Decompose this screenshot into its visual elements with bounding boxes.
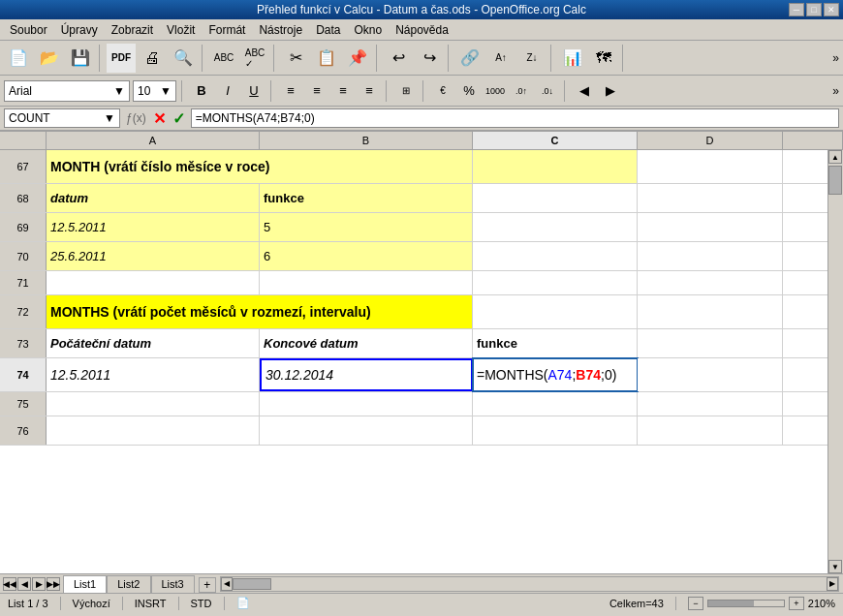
cell-75-d[interactable] [638, 392, 783, 416]
underline-button[interactable]: U [242, 80, 265, 102]
cell-70-a[interactable]: 25.6.2011 [47, 242, 260, 270]
menu-soubor[interactable]: Soubor [4, 22, 53, 38]
indent-dec-button[interactable]: ◀ [573, 80, 596, 102]
align-center-button[interactable]: ≡ [305, 80, 328, 102]
cell-68-b[interactable]: funkce [260, 184, 473, 212]
cell-74-d[interactable] [638, 358, 783, 391]
zoom-out-button[interactable]: − [688, 597, 703, 610]
horizontal-scrollbar[interactable]: ◀ ▶ [220, 576, 839, 592]
cell-75-b[interactable] [260, 392, 473, 416]
menu-nastroje[interactable]: Nástroje [253, 22, 308, 38]
cell-71-a[interactable] [47, 271, 260, 294]
cell-70-b[interactable]: 6 [260, 242, 473, 270]
thousands-button[interactable]: 1000 [484, 80, 507, 102]
sheet-tab-list2[interactable]: List2 [107, 575, 150, 593]
cell-70-d[interactable] [638, 242, 783, 270]
cell-68-d[interactable] [638, 184, 783, 212]
cell-74-a[interactable]: 12.5.2011 [47, 358, 260, 391]
sheet-tab-list3[interactable]: List3 [151, 575, 195, 593]
cell-73-b[interactable]: Koncové datum [260, 329, 473, 357]
vertical-scrollbar[interactable]: ▲ ▼ [827, 150, 843, 573]
cell-70-c[interactable] [473, 242, 638, 270]
cell-69-b[interactable]: 5 [260, 213, 473, 241]
cell-73-d[interactable] [638, 329, 783, 357]
tab-last-button[interactable]: ▶▶ [47, 577, 60, 591]
function-wizard-icon[interactable]: ƒ(x) [124, 110, 148, 126]
name-box[interactable]: COUNT ▼ [4, 108, 120, 128]
window-controls[interactable]: ─ □ ✕ [789, 3, 839, 16]
tab-first-button[interactable]: ◀◀ [3, 577, 16, 591]
close-button[interactable]: ✕ [824, 3, 839, 16]
menu-data[interactable]: Data [310, 22, 346, 38]
scroll-down-button[interactable]: ▼ [828, 560, 842, 573]
cell-69-d[interactable] [638, 213, 783, 241]
cell-73-c[interactable]: funkce [473, 329, 638, 357]
menu-okno[interactable]: Okno [348, 22, 388, 38]
spellcheck-button[interactable]: ABC [209, 44, 238, 73]
maximize-button[interactable]: □ [806, 3, 822, 16]
cut-button[interactable]: ✂ [281, 44, 310, 73]
col-header-b[interactable]: B [260, 132, 473, 149]
align-right-button[interactable]: ≡ [331, 80, 355, 102]
cell-72-c[interactable] [473, 295, 638, 328]
font-name-box[interactable]: Arial ▼ [4, 80, 130, 102]
tab-prev-button[interactable]: ◀ [17, 577, 31, 591]
menu-napoveda[interactable]: Nápověda [390, 22, 454, 38]
menu-format[interactable]: Formát [203, 22, 251, 38]
cell-71-d[interactable] [638, 271, 783, 294]
zoom-slider[interactable] [707, 600, 785, 607]
zoom-in-button[interactable]: + [789, 597, 804, 610]
new-button[interactable]: 📄 [4, 44, 33, 73]
cell-67-c[interactable] [473, 150, 638, 183]
cell-67-a[interactable]: MONTH (vrátí číslo měsíce v roce) [47, 150, 473, 183]
decimal-inc-button[interactable]: .0↑ [510, 80, 533, 102]
currency-button[interactable]: € [431, 80, 454, 102]
cell-72-d[interactable] [638, 295, 783, 328]
cell-76-d[interactable] [638, 416, 783, 445]
sheet-tab-list1[interactable]: List1 [63, 575, 107, 593]
menu-upravy[interactable]: Úpravy [55, 22, 104, 38]
cell-67-d[interactable] [638, 150, 783, 183]
percent-button[interactable]: % [457, 80, 481, 102]
scroll-up-button[interactable]: ▲ [828, 150, 842, 164]
accept-formula-icon[interactable]: ✓ [171, 108, 187, 129]
cell-68-c[interactable] [473, 184, 638, 212]
align-left-button[interactable]: ≡ [279, 80, 302, 102]
sort-asc-button[interactable]: A↑ [486, 44, 515, 73]
merge-cells-button[interactable]: ⊞ [394, 80, 418, 102]
justify-button[interactable]: ≡ [358, 80, 381, 102]
tab-next-button[interactable]: ▶ [32, 577, 46, 591]
name-box-arrow[interactable]: ▼ [104, 111, 115, 125]
cell-74-b[interactable]: 30.12.2014 [260, 358, 473, 391]
cell-68-a[interactable]: datum [47, 184, 260, 212]
font-size-box[interactable]: 10 ▼ [133, 80, 176, 102]
menu-zobrazit[interactable]: Zobrazit [106, 22, 159, 38]
cell-72-ab[interactable]: MONTHS (vrátí počet měsíců v rozmezí, in… [47, 295, 473, 328]
cell-71-b[interactable] [260, 271, 473, 294]
scroll-track[interactable] [828, 164, 843, 560]
cell-69-c[interactable] [473, 213, 638, 241]
sort-desc-button[interactable]: Z↓ [517, 44, 546, 73]
font-size-arrow[interactable]: ▼ [160, 84, 172, 98]
h-scroll-track[interactable] [233, 578, 827, 590]
decimal-dec-button[interactable]: .0↓ [536, 80, 559, 102]
cell-71-c[interactable] [473, 271, 638, 294]
h-scroll-thumb[interactable] [233, 578, 271, 590]
cell-75-c[interactable] [473, 392, 638, 416]
copy-button[interactable]: 📋 [312, 44, 341, 73]
minimize-button[interactable]: ─ [789, 3, 804, 16]
autocorrect-button[interactable]: ABC✓ [240, 44, 269, 73]
cell-69-a[interactable]: 12.5.2011 [47, 213, 260, 241]
cell-75-a[interactable] [47, 392, 260, 416]
chart-button[interactable]: 📊 [558, 44, 587, 73]
font-name-arrow[interactable]: ▼ [113, 84, 125, 98]
scroll-right-button[interactable]: ▶ [827, 577, 838, 591]
scroll-thumb[interactable] [828, 166, 842, 195]
cell-76-b[interactable] [260, 416, 473, 445]
cell-74-c[interactable]: =MONTHS(A74;B74;0) [473, 358, 638, 391]
menu-vlozit[interactable]: Vložit [161, 22, 201, 38]
scroll-left-button[interactable]: ◀ [221, 577, 233, 591]
add-sheet-button[interactable]: + [199, 577, 216, 593]
italic-button[interactable]: I [216, 80, 239, 102]
cell-73-a[interactable]: Počáteční datum [47, 329, 260, 357]
